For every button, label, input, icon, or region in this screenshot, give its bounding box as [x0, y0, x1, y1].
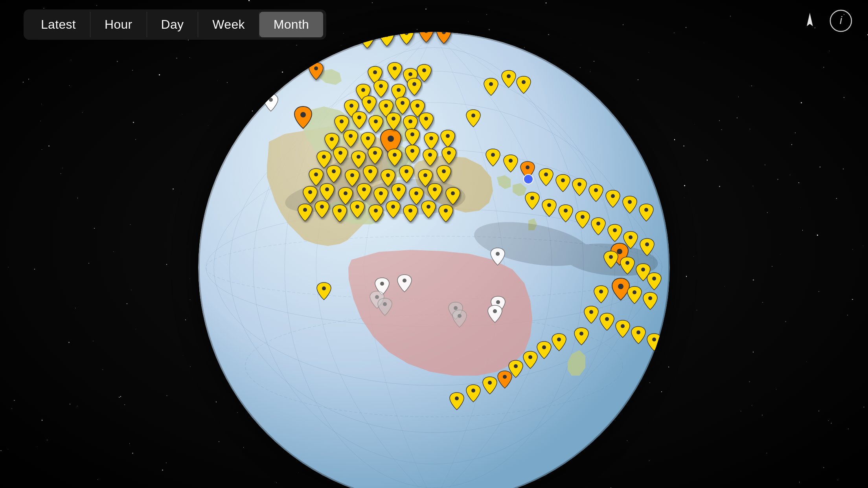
svg-point-60: [386, 173, 390, 177]
svg-point-83: [489, 82, 493, 86]
svg-point-70: [414, 191, 418, 195]
svg-point-102: [613, 228, 617, 232]
svg-point-38: [374, 119, 378, 123]
svg-point-85: [522, 80, 526, 84]
svg-point-31: [349, 104, 353, 108]
svg-point-52: [393, 153, 397, 157]
svg-point-82: [471, 114, 475, 117]
svg-point-106: [609, 255, 613, 259]
svg-text:i: i: [840, 14, 842, 26]
svg-point-91: [561, 178, 565, 182]
svg-point-56: [314, 172, 318, 176]
svg-point-48: [322, 155, 326, 159]
svg-point-37: [357, 116, 361, 119]
svg-point-128: [380, 282, 384, 286]
svg-point-120: [557, 338, 561, 341]
svg-point-21: [388, 136, 394, 142]
svg-point-71: [433, 187, 437, 191]
svg-point-57: [332, 169, 336, 173]
svg-point-110: [618, 284, 623, 289]
svg-point-55: [447, 151, 451, 155]
svg-point-25: [408, 72, 412, 76]
svg-point-126: [471, 389, 475, 393]
svg-point-75: [338, 209, 342, 213]
svg-point-73: [303, 208, 307, 212]
svg-point-68: [379, 191, 383, 195]
svg-point-137: [322, 286, 326, 290]
svg-point-99: [564, 209, 568, 213]
globe-container[interactable]: [198, 32, 670, 488]
svg-point-67: [362, 187, 366, 191]
svg-point-62: [423, 173, 427, 177]
svg-point-72: [451, 191, 455, 195]
svg-point-111: [599, 290, 603, 294]
svg-point-36: [340, 119, 344, 123]
svg-point-35: [416, 104, 419, 108]
svg-point-134: [458, 314, 462, 318]
svg-point-33: [384, 104, 388, 108]
svg-point-95: [628, 200, 632, 204]
svg-point-86: [491, 153, 495, 157]
tab-month[interactable]: Month: [259, 12, 323, 37]
svg-point-64: [308, 190, 312, 194]
svg-point-23: [373, 70, 377, 74]
svg-point-46: [429, 136, 433, 140]
svg-point-87: [509, 159, 513, 163]
svg-point-29: [397, 88, 401, 92]
svg-point-59: [368, 169, 372, 173]
svg-point-78: [391, 205, 395, 209]
svg-point-96: [644, 208, 648, 212]
svg-point-114: [589, 310, 593, 314]
svg-point-116: [621, 324, 625, 328]
svg-point-88: [526, 165, 530, 169]
svg-point-27: [361, 88, 365, 92]
svg-point-74: [320, 205, 324, 209]
tab-latest[interactable]: Latest: [27, 12, 90, 37]
svg-point-49: [338, 151, 342, 155]
info-button[interactable]: i: [829, 9, 852, 37]
svg-point-123: [514, 364, 518, 368]
svg-point-119: [579, 332, 583, 336]
svg-point-122: [528, 355, 532, 359]
svg-point-125: [488, 381, 492, 385]
tab-day[interactable]: Day: [147, 12, 199, 37]
svg-point-40: [408, 119, 412, 123]
pin-sumatra[interactable]: [294, 106, 312, 128]
svg-point-24: [393, 66, 397, 70]
svg-point-30: [412, 82, 416, 86]
svg-point-101: [596, 222, 600, 226]
svg-point-133: [454, 306, 458, 310]
svg-point-51: [373, 151, 377, 155]
svg-point-28: [379, 84, 383, 88]
svg-point-43: [349, 134, 353, 138]
tab-week[interactable]: Week: [198, 12, 259, 37]
svg-point-81: [444, 209, 448, 213]
compass-button[interactable]: [798, 11, 822, 35]
pin-cluster-sea: [298, 62, 460, 222]
svg-point-93: [594, 188, 598, 192]
svg-point-100: [581, 215, 585, 219]
svg-point-113: [648, 296, 652, 300]
svg-point-127: [455, 396, 459, 400]
svg-point-80: [427, 205, 430, 209]
svg-point-69: [397, 187, 401, 191]
time-filter-bar: Latest Hour Day Week Month: [24, 9, 326, 40]
svg-point-118: [652, 338, 656, 341]
top-right-controls: i: [798, 9, 852, 37]
tab-hour[interactable]: Hour: [90, 12, 147, 37]
pin-cluster-sw-pacific: [450, 192, 661, 410]
svg-point-139: [269, 98, 273, 102]
svg-point-124: [503, 375, 507, 379]
svg-point-98: [547, 203, 551, 207]
svg-point-94: [611, 194, 615, 198]
svg-point-66: [344, 191, 348, 195]
svg-point-54: [428, 153, 432, 157]
svg-point-50: [357, 155, 360, 159]
svg-point-107: [625, 261, 629, 265]
svg-point-135: [496, 300, 500, 304]
svg-point-105: [617, 249, 622, 254]
svg-point-129: [403, 279, 406, 283]
svg-point-132: [383, 302, 387, 306]
svg-point-79: [408, 209, 412, 213]
svg-point-32: [367, 100, 371, 104]
